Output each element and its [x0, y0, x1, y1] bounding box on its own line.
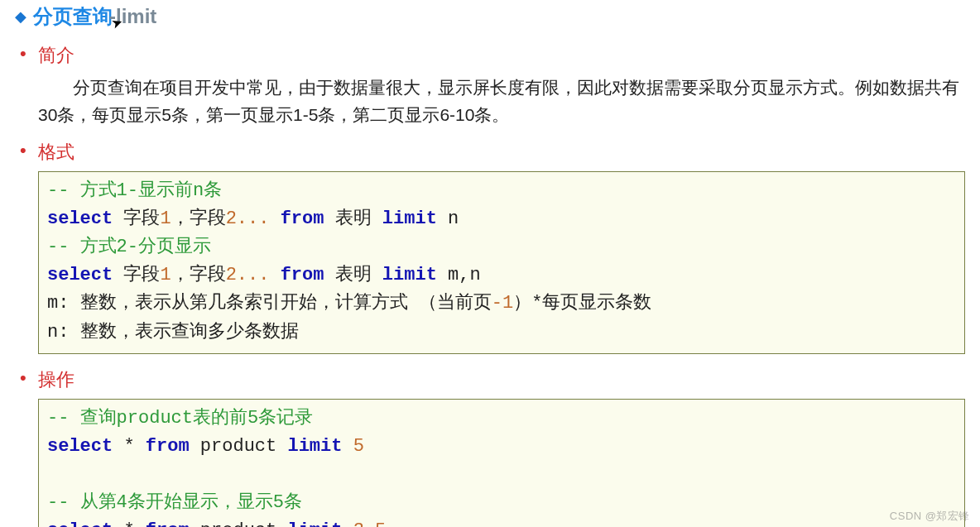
code-number: 1 [160, 265, 171, 285]
title-main: 分页查询 [33, 5, 113, 27]
code-blank-line [47, 464, 58, 485]
bullet-dot-icon: • [20, 369, 26, 387]
code-number: 2... [226, 265, 281, 285]
format-code-block: -- 方式1-显示前n条 select 字段1，字段2... from 表明 l… [38, 171, 965, 354]
code-text: product [190, 436, 288, 457]
code-number: 3,5 [353, 520, 387, 527]
code-text: ，字段 [171, 265, 226, 285]
code-text: * [113, 436, 146, 457]
format-heading: 格式 [38, 140, 74, 165]
bullet-dot-icon: • [20, 141, 26, 160]
code-keyword: limit [287, 520, 342, 527]
code-keyword: limit [287, 436, 342, 457]
code-text: n [437, 208, 459, 229]
watermark: CSDN @郑宏锋 [890, 509, 970, 524]
code-number: 5 [353, 436, 364, 457]
code-text: ）*每页显示条数 [513, 293, 651, 314]
code-comment: -- 方式1-显示前n条 [47, 180, 222, 201]
code-keyword: from [281, 208, 324, 229]
code-comment: -- 从第4条开始显示，显示5条 [47, 492, 302, 513]
code-text [342, 436, 353, 457]
bullet-dot-icon: • [20, 45, 26, 63]
page-title: ◆ 分页查询-limit ➤ [15, 3, 965, 30]
code-keyword: from [281, 265, 324, 285]
format-heading-row: • 格式 [20, 140, 965, 165]
intro-paragraph: 分页查询在项目开发中常见，由于数据量很大，显示屏长度有限，因此对数据需要采取分页… [38, 74, 965, 128]
code-text: 表明 [324, 265, 382, 285]
code-keyword: select [47, 265, 113, 285]
op-heading-row: • 操作 [20, 367, 965, 392]
code-number: -1 [492, 293, 513, 314]
code-number: 1 [160, 208, 171, 229]
code-keyword: from [146, 436, 190, 457]
code-comment: -- 查询product表的前5条记录 [47, 408, 313, 429]
code-text [342, 520, 353, 527]
section-intro: • 简介 分页查询在项目开发中常见，由于数据量很大，显示屏长度有限，因此对数据需… [20, 43, 965, 128]
intro-heading: 简介 [38, 43, 74, 68]
code-keyword: select [47, 436, 113, 457]
code-text: m,n [437, 265, 481, 285]
op-heading: 操作 [38, 367, 74, 392]
diamond-bullet-icon: ◆ [15, 7, 26, 26]
code-text: 表明 [324, 208, 382, 229]
code-text: 字段 [113, 208, 160, 229]
code-text: m: 整数，表示从第几条索引开始，计算方式 （当前页 [47, 293, 492, 314]
code-text: n: 整数，表示查询多少条数据 [47, 322, 299, 343]
code-text: ，字段 [171, 208, 226, 229]
section-format: • 格式 -- 方式1-显示前n条 select 字段1，字段2... from… [20, 140, 965, 354]
section-op: • 操作 -- 查询product表的前5条记录 select * from p… [20, 367, 965, 527]
code-keyword: select [47, 208, 113, 229]
intro-heading-row: • 简介 [20, 43, 965, 68]
code-keyword: from [146, 520, 190, 527]
code-text: product [190, 520, 288, 527]
code-text: 字段 [113, 265, 160, 285]
code-number: 2... [226, 208, 281, 229]
code-keyword: limit [382, 208, 437, 229]
code-text: * [113, 520, 146, 527]
code-keyword: limit [382, 265, 437, 285]
op-code-block: -- 查询product表的前5条记录 select * from produc… [38, 399, 965, 527]
code-comment: -- 方式2-分页显示 [47, 237, 211, 257]
code-keyword: select [47, 520, 113, 527]
